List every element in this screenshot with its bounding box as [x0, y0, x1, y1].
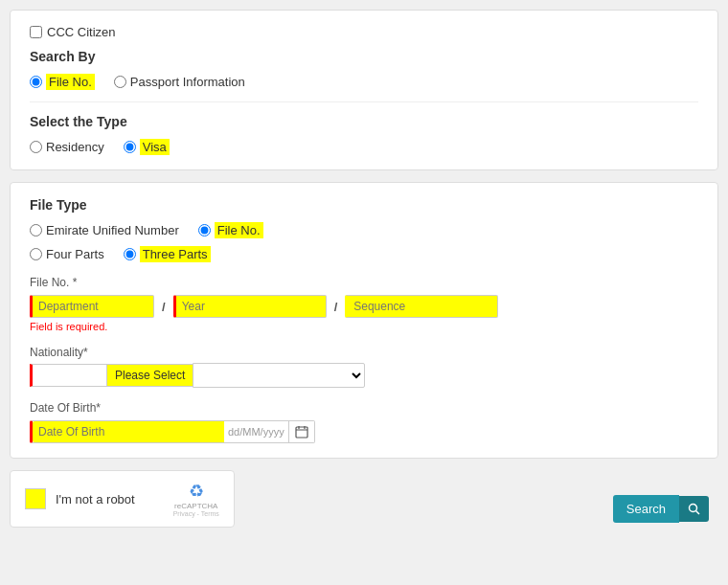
- radio-passport[interactable]: [114, 76, 126, 88]
- recaptcha-icon: ♻: [189, 481, 204, 502]
- footer-row: Search: [613, 495, 718, 523]
- radio-residency-text: Residency: [46, 140, 104, 154]
- recaptcha-logo: ♻ reCAPTCHA Privacy - Terms: [173, 481, 219, 517]
- svg-rect-0: [296, 427, 307, 438]
- select-type-title: Select the Type: [30, 114, 698, 129]
- radio-file-no-label[interactable]: File No.: [30, 74, 95, 90]
- dob-inner: dd/MM/yyyy: [30, 420, 315, 443]
- file-type-title: File Type: [30, 197, 698, 213]
- file-card: File Type Emirate Unified Number File No…: [10, 182, 718, 459]
- radio-file-no2-text: File No.: [215, 222, 263, 238]
- nationality-text-input[interactable]: [30, 364, 106, 387]
- search-by-title: Search By: [30, 49, 698, 64]
- radio-four-parts-text: Four Parts: [46, 247, 104, 261]
- radio-three-parts-label[interactable]: Three Parts: [124, 246, 211, 262]
- svg-point-4: [690, 504, 697, 511]
- recaptcha-sub: Privacy - Terms: [173, 510, 219, 517]
- radio-residency[interactable]: [30, 141, 42, 153]
- ccc-citizen-checkbox[interactable]: [30, 26, 42, 38]
- dob-input[interactable]: [33, 421, 224, 442]
- radio-visa-label[interactable]: Visa: [124, 139, 170, 155]
- file-type-radio-group: Emirate Unified Number File No.: [30, 222, 698, 238]
- search-button-wrapper: Search: [613, 495, 709, 523]
- calendar-icon[interactable]: [288, 421, 314, 442]
- search-by-group: File No. Passport Information: [30, 74, 698, 90]
- radio-four-parts-label[interactable]: Four Parts: [30, 247, 104, 261]
- captcha-checkbox[interactable]: [25, 488, 46, 509]
- radio-three-parts[interactable]: [124, 248, 136, 260]
- radio-file-no[interactable]: [30, 76, 42, 88]
- department-input[interactable]: [30, 295, 154, 318]
- radio-four-parts[interactable]: [30, 248, 42, 260]
- nationality-label: Nationality*: [30, 346, 698, 359]
- radio-three-parts-text: Three Parts: [140, 246, 211, 262]
- file-no-row: / /: [30, 295, 698, 318]
- radio-visa[interactable]: [124, 141, 136, 153]
- top-card: CCC Citizen Search By File No. Passport …: [10, 10, 718, 170]
- radio-file-no2-label[interactable]: File No.: [198, 222, 263, 238]
- radio-visa-text: Visa: [140, 139, 170, 155]
- parts-radio-group: Four Parts Three Parts: [30, 246, 698, 262]
- dob-row: dd/MM/yyyy: [30, 420, 698, 443]
- search-button[interactable]: Search: [613, 495, 679, 523]
- ccc-citizen-label: CCC Citizen: [47, 25, 116, 39]
- search-icon-button[interactable]: [679, 496, 709, 522]
- recaptcha-label: reCAPTCHA: [174, 502, 217, 510]
- radio-emirate-text: Emirate Unified Number: [46, 223, 179, 237]
- radio-emirate-label[interactable]: Emirate Unified Number: [30, 223, 179, 237]
- svg-line-5: [696, 510, 700, 514]
- dob-format-hint: dd/MM/yyyy: [224, 426, 288, 438]
- sequence-input[interactable]: [345, 295, 498, 318]
- radio-passport-text: Passport Information: [130, 75, 245, 89]
- dob-label: Date Of Birth*: [30, 401, 698, 415]
- file-type-section: File Type Emirate Unified Number File No…: [30, 197, 698, 262]
- file-no-label: File No. *: [30, 276, 698, 289]
- captcha-label: I'm not a robot: [56, 492, 135, 506]
- select-type-group: Residency Visa: [30, 139, 698, 155]
- nationality-row: Please Select: [30, 363, 698, 388]
- radio-emirate[interactable]: [30, 224, 42, 236]
- radio-file-no-text: File No.: [46, 74, 95, 90]
- nationality-select-highlight: Please Select: [106, 364, 193, 387]
- slash-2: /: [334, 300, 338, 314]
- divider: [30, 101, 698, 102]
- radio-residency-label[interactable]: Residency: [30, 140, 104, 154]
- captcha-card: I'm not a robot ♻ reCAPTCHA Privacy - Te…: [10, 470, 235, 528]
- radio-passport-label[interactable]: Passport Information: [114, 75, 245, 89]
- slash-1: /: [162, 300, 166, 314]
- year-input[interactable]: [173, 295, 327, 318]
- search-icon: [688, 503, 700, 515]
- ccc-citizen-row: CCC Citizen: [30, 25, 698, 39]
- field-required-error: Field is required.: [30, 321, 698, 332]
- nationality-select[interactable]: [193, 363, 365, 388]
- radio-file-no2[interactable]: [198, 224, 211, 236]
